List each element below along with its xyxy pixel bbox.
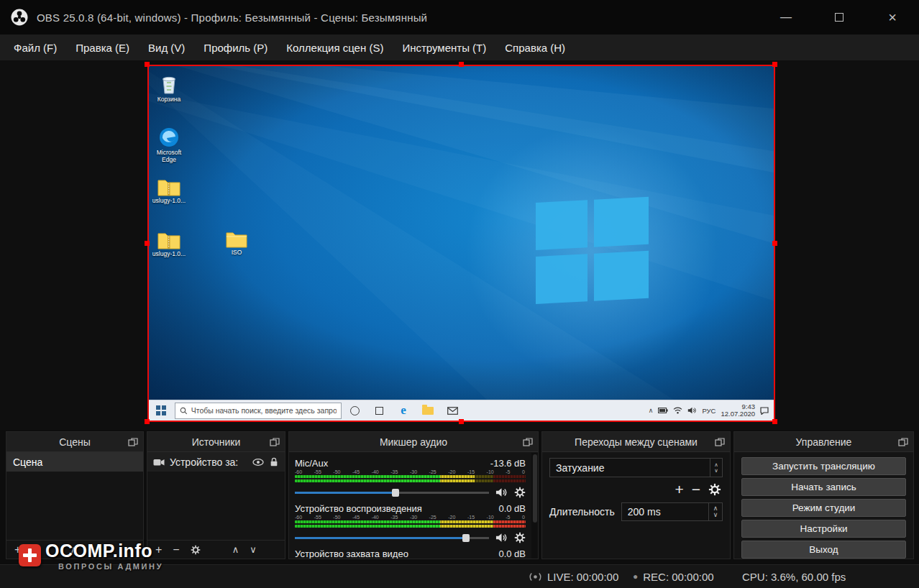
explorer-folder-icon xyxy=(416,400,439,421)
menu-file[interactable]: Файл (F) xyxy=(4,35,66,60)
volume-tray-icon xyxy=(687,407,697,414)
resize-handle-bottom-right[interactable] xyxy=(772,419,777,424)
system-tray: ∧ РУС 9:43 12.07.2020 xyxy=(649,403,771,418)
menu-view[interactable]: Вид (V) xyxy=(139,35,194,60)
scene-list-item[interactable]: Сцена xyxy=(6,452,143,472)
menu-profile[interactable]: Профиль (P) xyxy=(194,35,277,60)
volume-slider[interactable] xyxy=(295,487,489,498)
resize-handle-bottom-middle[interactable] xyxy=(459,419,464,424)
meter-tick: -60 xyxy=(295,469,302,474)
resize-handle-top-right[interactable] xyxy=(772,62,777,67)
sources-toolbar: + − ∧ ∨ xyxy=(147,540,285,559)
meter-tick: -40 xyxy=(372,469,379,474)
move-source-down-button[interactable]: ∨ xyxy=(250,544,257,556)
lock-icon[interactable] xyxy=(269,457,279,467)
zip-folder-icon xyxy=(157,230,180,249)
settings-button[interactable]: Настройки xyxy=(741,520,906,538)
resize-handle-top-left[interactable] xyxy=(145,62,150,67)
transitions-dock: Переходы между сценами Затухание ∧∨ + − … xyxy=(541,431,731,559)
menu-edit[interactable]: Правка (E) xyxy=(66,35,139,60)
volume-meter xyxy=(295,475,526,478)
action-center-icon xyxy=(760,407,769,415)
desktop-icon-iso: ISO xyxy=(216,230,257,257)
preview-source-capture[interactable]: Корзина Microsoft Edge uslugy-1.0... xyxy=(147,65,775,422)
ocomp-logo-icon xyxy=(19,544,41,566)
transition-properties-gear-icon[interactable] xyxy=(708,483,721,496)
start-button-icon xyxy=(152,400,170,421)
maximize-button[interactable] xyxy=(813,0,866,35)
resize-handle-bottom-left[interactable] xyxy=(145,419,150,424)
volume-slider-handle[interactable] xyxy=(392,489,399,497)
meter-tick: -5 xyxy=(506,469,510,474)
menu-help[interactable]: Справка (H) xyxy=(495,35,575,60)
controls-dock-title: Управление xyxy=(796,436,852,448)
watermark-brand: OCOMP.info xyxy=(45,541,163,561)
meter-tick: -35 xyxy=(390,469,398,474)
desktop-icon-zip-2: uslugy-1.0... xyxy=(149,230,189,258)
dock-popup-icon[interactable] xyxy=(715,438,725,446)
menu-scene-collection[interactable]: Коллекция сцен (S) xyxy=(277,35,393,60)
transition-selected-value: Затухание xyxy=(550,459,710,477)
meter-tick: -55 xyxy=(314,469,321,474)
scene-name: Сцена xyxy=(13,456,42,468)
meter-tick: -30 xyxy=(410,469,417,474)
resize-handle-middle-left[interactable] xyxy=(145,241,150,246)
meter-tick: -50 xyxy=(333,469,340,474)
meter-tick: -15 xyxy=(467,469,475,474)
spinbox-arrows-icon[interactable]: ∧∨ xyxy=(708,503,722,520)
scenes-dock-header: Сцены xyxy=(6,432,143,452)
source-properties-gear-icon[interactable] xyxy=(191,545,201,555)
rec-status: ● REC: 00:00:00 xyxy=(633,565,714,588)
volume-slider-handle[interactable] xyxy=(462,534,470,542)
dock-popup-icon[interactable] xyxy=(128,438,138,446)
resize-handle-top-middle[interactable] xyxy=(459,62,464,67)
start-streaming-button[interactable]: Запустить трансляцию xyxy=(741,457,906,475)
desktop-icon-edge: Microsoft Edge xyxy=(149,127,189,163)
dock-popup-icon[interactable] xyxy=(898,438,908,446)
exit-button[interactable]: Выход xyxy=(741,541,906,559)
start-recording-button[interactable]: Начать запись xyxy=(741,478,906,496)
remove-transition-button[interactable]: − xyxy=(692,482,700,497)
transition-select[interactable]: Затухание ∧∨ xyxy=(549,458,723,477)
volume-meter xyxy=(295,520,526,523)
meter-tick: -10 xyxy=(487,515,494,520)
resize-handle-middle-right[interactable] xyxy=(772,241,777,246)
duration-spinbox[interactable]: 200 ms ∧∨ xyxy=(621,502,723,521)
studio-mode-button[interactable]: Режим студии xyxy=(741,499,906,517)
dock-popup-icon[interactable] xyxy=(523,438,533,446)
meter-tick: 0 xyxy=(522,515,525,520)
meter-tick: -20 xyxy=(448,515,455,520)
meter-tick: -25 xyxy=(429,469,436,474)
dock-popup-icon[interactable] xyxy=(270,438,280,446)
channel-settings-gear-icon[interactable] xyxy=(514,532,526,543)
menu-tools[interactable]: Инструменты (T) xyxy=(393,35,495,60)
mixer-scrollbar[interactable] xyxy=(531,453,538,559)
mute-speaker-icon[interactable] xyxy=(495,533,508,543)
mute-speaker-icon[interactable] xyxy=(495,487,508,497)
sources-dock-header: Источники xyxy=(147,432,285,452)
add-transition-button[interactable]: + xyxy=(675,482,683,497)
task-view-icon xyxy=(367,400,390,421)
volume-meter xyxy=(295,479,526,482)
visibility-eye-icon[interactable] xyxy=(252,459,264,466)
wifi-icon xyxy=(673,407,682,414)
meter-tick: -35 xyxy=(390,515,398,520)
language-indicator: РУС xyxy=(702,407,715,415)
broadcast-icon xyxy=(529,572,542,582)
remove-source-button[interactable]: − xyxy=(173,544,179,556)
preview-canvas: Корзина Microsoft Edge uslugy-1.0... xyxy=(0,60,919,430)
minimize-button[interactable]: — xyxy=(759,0,813,35)
battery-icon xyxy=(658,408,668,413)
video-capture-device-icon xyxy=(153,458,165,467)
mixer-channel-mic: Mic/Aux -13.6 dB -60-55-50-45-40-35-30-2… xyxy=(295,458,526,498)
close-button[interactable]: × xyxy=(866,0,919,35)
source-list-item[interactable]: Устройство за: xyxy=(147,452,285,472)
meter-tick: -15 xyxy=(467,515,475,520)
channel-settings-gear-icon[interactable] xyxy=(514,487,526,498)
move-source-up-button[interactable]: ∧ xyxy=(232,544,239,556)
meter-tick: -45 xyxy=(352,469,360,474)
meter-tick: -10 xyxy=(487,469,494,474)
duration-value: 200 ms xyxy=(622,503,708,520)
volume-slider[interactable] xyxy=(295,533,489,543)
combo-arrows-icon[interactable]: ∧∨ xyxy=(710,459,722,477)
